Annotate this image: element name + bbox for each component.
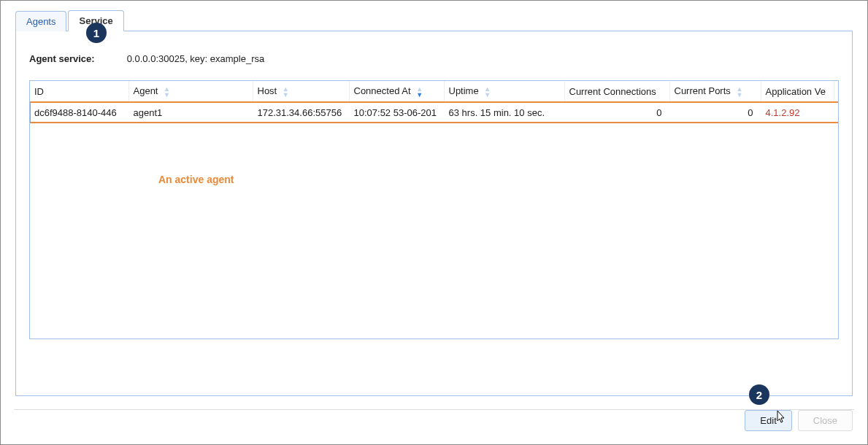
footer-buttons: Edit Close [745,410,853,431]
cell-install: gatew [834,102,839,123]
close-button[interactable]: Close [798,410,853,431]
column-header-install[interactable]: Install [834,81,839,102]
column-header-current-connections-label: Current Connections [569,86,656,97]
tab-bar: Agents Service [15,9,853,31]
sort-icon: ▲▼ [164,86,170,98]
agent-table: ID Agent ▲▼ Host ▲▼ Connected At ▲▼ [30,81,839,123]
sort-icon: ▲▼ [283,86,289,98]
cell-app-version: 4.1.2.92 [761,102,834,123]
column-header-current-ports-label: Current Ports [675,85,731,96]
column-header-install-label: Install [839,86,840,97]
annotation-active-agent: An active agent [158,174,234,185]
column-header-app-version[interactable]: Application Ve [761,81,834,102]
column-header-app-version-label: Application Ve [766,86,826,97]
column-header-uptime-label: Uptime [449,85,479,96]
callout-badge-2: 2 [749,384,769,405]
cell-current-ports: 0 [669,102,761,123]
agent-service-label: Agent service: [29,53,124,64]
column-header-agent[interactable]: Agent ▲▼ [128,81,253,102]
sort-icon-active: ▲▼ [416,86,423,98]
column-header-current-connections[interactable]: Current Connections [564,81,669,102]
column-header-agent-label: Agent [134,85,158,96]
table-row[interactable]: dc6f9488-8140-446 agent1 172.31.34.66:55… [30,102,839,123]
cell-host: 172.31.34.66:55756 [253,102,349,123]
callout-badge-1: 1 [86,23,107,43]
sort-icon: ▲▼ [736,86,742,98]
tab-content: Agent service: 0.0.0.0:30025, key: examp… [15,31,853,396]
agent-service-value: 0.0.0.0:30025, key: example_rsa [127,53,265,64]
agent-table-container: ID Agent ▲▼ Host ▲▼ Connected At ▲▼ [29,80,839,339]
column-header-host[interactable]: Host ▲▼ [253,81,349,102]
column-header-id[interactable]: ID [30,81,128,102]
cell-agent: agent1 [128,102,253,123]
column-header-host-label: Host [258,85,277,96]
cell-connected: 10:07:52 53-06-201 [349,102,444,123]
footer-divider [14,409,854,410]
cell-id: dc6f9488-8140-446 [30,102,128,123]
agent-service-info: Agent service: 0.0.0.0:30025, key: examp… [29,53,839,64]
column-header-current-ports[interactable]: Current Ports ▲▼ [669,81,761,102]
edit-button[interactable]: Edit [745,410,791,431]
cell-uptime: 63 hrs. 15 min. 10 sec. [444,102,564,123]
column-header-id-label: ID [34,86,44,97]
cell-current-connections: 0 [564,102,669,123]
sort-icon: ▲▼ [484,86,491,98]
column-header-connected[interactable]: Connected At ▲▼ [349,81,444,102]
column-header-uptime[interactable]: Uptime ▲▼ [444,81,564,102]
tab-agents[interactable]: Agents [15,11,66,31]
column-header-connected-label: Connected At [354,85,411,96]
